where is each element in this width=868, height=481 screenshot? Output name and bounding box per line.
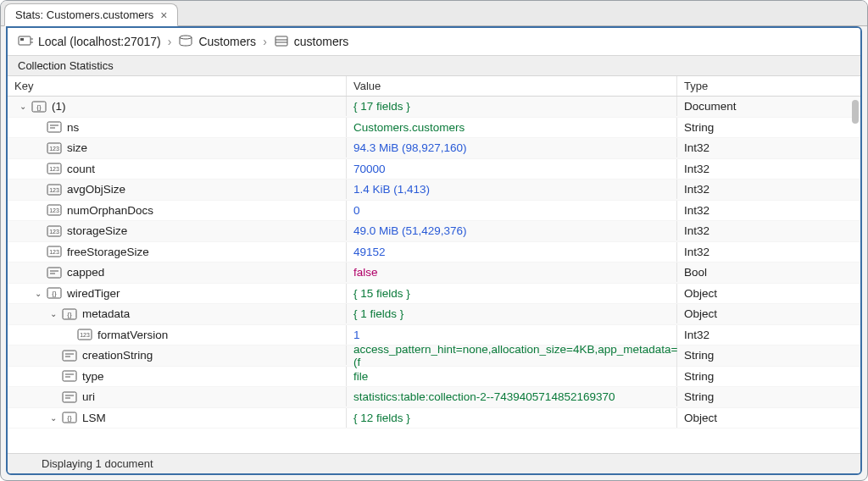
obj-icon [62,308,77,320]
field-icon [47,267,62,279]
type-cell: Int32 [677,325,860,345]
type-cell: Object [677,304,860,323]
table-row[interactable]: ›uristatistics:table:collection-2--74394… [8,387,860,408]
column-key[interactable]: Key [8,76,347,96]
section-label: Collection Statistics [18,59,114,72]
expand-open-icon[interactable]: ⌄ [18,102,28,111]
type-cell: Int32 [677,201,860,220]
doc-icon [31,101,47,113]
key-name: uri [82,390,95,403]
key-name: formatVersion [97,329,168,341]
value-cell: file [347,367,677,386]
status-text: Displaying 1 document [42,457,153,470]
table-row[interactable]: ›numOrphanDocs0Int32 [8,201,860,222]
field-icon [62,391,77,403]
type-cell: Int32 [677,138,860,158]
key-name: ns [67,121,79,134]
type-cell: Int32 [677,242,860,262]
key-name: (1) [52,100,66,113]
key-name: size [67,141,87,154]
value-cell: false [347,263,677,282]
int-icon [47,246,62,257]
key-name: metadata [82,307,130,320]
value-cell: { 15 fields } [347,284,677,303]
key-name: LSM [82,412,106,424]
value-cell: 70000 [347,159,677,179]
value-cell: 1.4 KiB (1,413) [347,180,677,199]
type-cell: Bool [677,263,860,282]
table-row[interactable]: ›typefileString [8,367,860,388]
table-row[interactable]: ⌄metadata{ 1 fields }Object [8,304,860,325]
crumb-label: customers [294,35,349,48]
value-cell: Customers.customers [347,118,677,137]
int-icon [47,204,62,216]
int-icon [77,329,92,340]
obj-icon [62,412,77,423]
value-cell: { 12 fields } [347,408,677,428]
type-cell: String [677,387,860,406]
table-row[interactable]: ›size94.3 MiB (98,927,160)Int32 [8,138,860,159]
status-bar: Displaying 1 document [8,453,860,473]
stats-window: Stats: Customers.customers × Local (loca… [0,0,868,481]
key-name: wiredTiger [67,287,120,300]
table-row[interactable]: ›count70000Int32 [8,159,860,180]
crumb-label: Local (localhost:27017) [38,35,161,48]
value-cell: { 1 fields } [347,304,677,323]
type-cell: Object [677,408,860,428]
stats-grid: Key Value Type ⌄(1){ 17 fields }Document… [8,76,860,453]
grid-body[interactable]: ⌄(1){ 17 fields }Document›nsCustomers.cu… [8,97,860,453]
type-cell: String [677,367,860,386]
type-cell: String [677,118,860,137]
chevron-right-icon: › [263,35,267,48]
key-name: type [82,370,104,383]
expand-open-icon[interactable]: ⌄ [48,309,58,318]
tab-stats[interactable]: Stats: Customers.customers × [4,3,178,26]
table-row[interactable]: ›nsCustomers.customersString [8,118,860,139]
value-cell: 49152 [347,242,677,262]
key-name: storageSize [67,224,127,237]
int-icon [47,142,62,154]
key-name: avgObjSize [67,183,125,196]
table-row[interactable]: ⌄LSM{ 12 fields }Object [8,408,860,429]
type-cell: Int32 [677,180,860,199]
type-cell: Object [677,284,860,303]
column-value[interactable]: Value [347,76,677,96]
type-cell: String [677,346,860,365]
scrollbar-thumb[interactable] [852,100,859,124]
crumb-host[interactable]: Local (localhost:27017) [18,35,161,48]
type-cell: Int32 [677,221,860,240]
table-row[interactable]: ›freeStorageSize49152Int32 [8,242,860,263]
crumb-collection[interactable]: customers [274,35,349,48]
column-type[interactable]: Type [677,76,860,96]
content-panel: Local (localhost:27017) › Customers › cu… [6,26,862,475]
field-icon [47,121,62,133]
table-row[interactable]: ›storageSize49.0 MiB (51,429,376)Int32 [8,221,860,242]
table-row[interactable]: ›avgObjSize1.4 KiB (1,413)Int32 [8,180,860,201]
crumb-label: Customers [198,35,256,48]
value-cell: 94.3 MiB (98,927,160) [347,138,677,158]
close-icon[interactable]: × [160,9,167,21]
expand-open-icon[interactable]: ⌄ [33,289,43,298]
value-cell: 0 [347,201,677,220]
key-name: capped [67,266,104,279]
table-row[interactable]: ›cappedfalseBool [8,263,860,284]
tab-title: Stats: Customers.customers [15,8,153,21]
table-row[interactable]: ⌄(1){ 17 fields }Document [8,97,860,118]
database-icon [178,35,193,48]
key-name: creationString [82,349,153,362]
section-header: Collection Statistics [8,55,860,76]
host-icon [18,35,33,48]
table-row[interactable]: ›creationStringaccess_pattern_hint=none,… [8,346,860,367]
collection-icon [274,35,289,48]
type-cell: Int32 [677,159,860,179]
breadcrumb: Local (localhost:27017) › Customers › cu… [8,28,860,55]
table-row[interactable]: ⌄wiredTiger{ 15 fields }Object [8,284,860,305]
field-icon [62,370,77,382]
key-name: numOrphanDocs [67,204,153,217]
key-name: freeStorageSize [67,246,149,258]
value-cell: { 17 fields } [347,97,677,116]
value-cell: statistics:table:collection-2--743940571… [347,387,677,406]
expand-open-icon[interactable]: ⌄ [48,413,58,423]
crumb-database[interactable]: Customers [178,35,256,48]
int-icon [47,225,62,237]
